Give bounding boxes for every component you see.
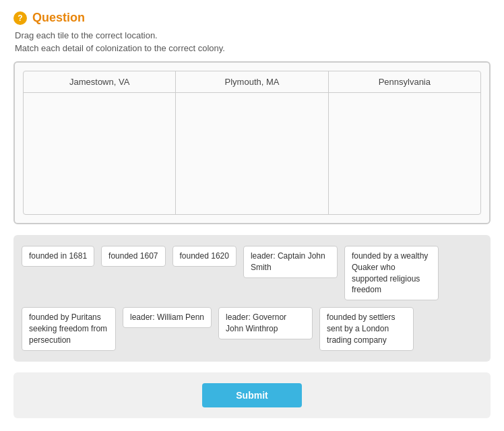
col-header-pennsylvania: Pennsylvania <box>329 71 480 92</box>
tiles-area: founded in 1681 founded 1607 founded 162… <box>13 235 491 362</box>
drop-zone-pennsylvania[interactable] <box>329 93 480 214</box>
tile-leader-captain-smith[interactable]: leader: Captain John Smith <box>243 246 338 278</box>
col-header-jamestown: Jamestown, VA <box>24 71 176 92</box>
instruction-1: Drag each tile to the correct location. <box>13 30 491 40</box>
drop-table-body <box>24 93 480 214</box>
drop-zone-plymouth[interactable] <box>176 93 328 214</box>
tile-founded-1607[interactable]: founded 1607 <box>101 246 165 267</box>
drop-table: Jamestown, VA Plymouth, MA Pennsylvania <box>23 71 481 215</box>
tile-puritans[interactable]: founded by Puritans seeking freedom from… <box>22 307 116 350</box>
question-title: Question <box>32 11 85 25</box>
tile-founded-1681[interactable]: founded in 1681 <box>22 246 94 267</box>
icon-label: ? <box>18 13 22 23</box>
drop-table-header: Jamestown, VA Plymouth, MA Pennsylvania <box>24 71 480 93</box>
tile-wealthy-quaker[interactable]: founded by a wealthy Quaker who supporte… <box>344 246 439 300</box>
submit-area: Submit <box>13 372 491 418</box>
page-container: ? Question Drag each tile to the correct… <box>0 0 504 429</box>
tile-london-trading[interactable]: founded by settlers sent by a London tra… <box>319 307 414 350</box>
tile-leader-governor-winthrop[interactable]: leader: Governor John Winthrop <box>218 307 313 339</box>
drop-zone-jamestown[interactable] <box>24 93 176 214</box>
instruction-2: Match each detail of colonization to the… <box>13 43 491 53</box>
drop-area: Jamestown, VA Plymouth, MA Pennsylvania <box>13 61 491 224</box>
question-icon: ? <box>13 11 27 25</box>
question-header: ? Question <box>13 11 491 25</box>
col-header-plymouth: Plymouth, MA <box>176 71 328 92</box>
tile-founded-1620[interactable]: founded 1620 <box>172 246 237 267</box>
tile-leader-william-penn[interactable]: leader: William Penn <box>123 307 212 328</box>
submit-button[interactable]: Submit <box>202 383 301 407</box>
